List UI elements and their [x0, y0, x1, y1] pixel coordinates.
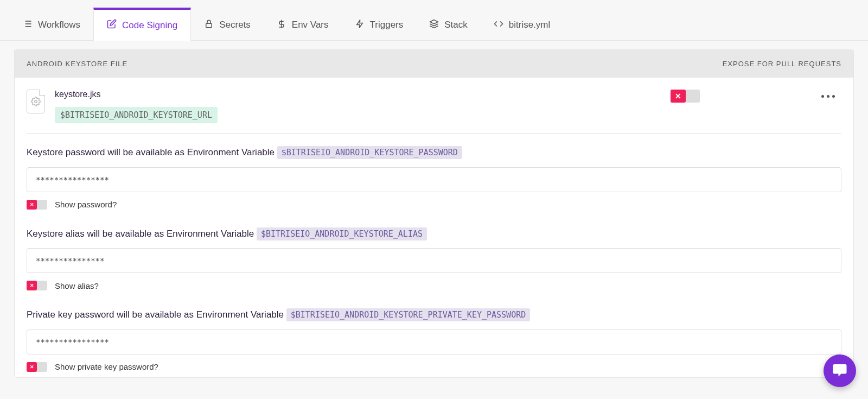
- panel-title: ANDROID KEYSTORE FILE: [27, 60, 127, 68]
- env-var-chip: $BITRISEIO_ANDROID_KEYSTORE_PASSWORD: [277, 146, 462, 159]
- show-toggle-label: Show alias?: [55, 281, 99, 290]
- close-icon: ✕: [27, 281, 37, 290]
- chat-fab[interactable]: [824, 354, 856, 387]
- private-key-password-block: Private key password will be available a…: [15, 296, 853, 377]
- close-icon: ✕: [27, 200, 37, 210]
- keystore-file-row: keystore.jks $BITRISEIO_ANDROID_KEYSTORE…: [15, 78, 853, 133]
- keystore-env-url: $BITRISEIO_ANDROID_KEYSTORE_URL: [55, 107, 218, 123]
- svg-rect-6: [206, 23, 212, 28]
- keystore-alias-block: Keystore alias will be available as Envi…: [15, 215, 853, 296]
- tab-label: Env Vars: [292, 20, 329, 30]
- expose-toggle[interactable]: ✕: [671, 90, 700, 103]
- code-icon: [494, 19, 503, 31]
- show-password-toggle[interactable]: ✕: [27, 200, 47, 210]
- bolt-icon: [355, 19, 365, 31]
- show-toggle-label: Show private key password?: [55, 362, 158, 371]
- more-menu-button[interactable]: [818, 92, 838, 101]
- svg-point-9: [35, 100, 37, 103]
- keystore-filename: keystore.jks: [55, 90, 218, 99]
- show-private-key-password-toggle[interactable]: ✕: [27, 362, 47, 372]
- tab-workflows[interactable]: Workflows: [10, 8, 93, 40]
- tab-code-signing[interactable]: Code Signing: [93, 8, 191, 41]
- close-icon: ✕: [671, 90, 686, 103]
- tab-label: Stack: [444, 20, 468, 30]
- tab-label: Secrets: [219, 20, 251, 30]
- dollar-icon: [277, 19, 286, 31]
- tab-label: Code Signing: [122, 20, 177, 31]
- tab-env-vars[interactable]: Env Vars: [264, 8, 342, 40]
- tab-label: Workflows: [38, 20, 80, 30]
- tab-label: bitrise.yml: [509, 20, 551, 30]
- show-alias-toggle[interactable]: ✕: [27, 281, 47, 290]
- tab-triggers[interactable]: Triggers: [342, 8, 417, 40]
- layers-icon: [429, 19, 439, 31]
- env-var-chip: $BITRISEIO_ANDROID_KEYSTORE_ALIAS: [257, 227, 427, 240]
- field-label: Keystore alias will be available as Envi…: [27, 227, 841, 241]
- top-nav: Workflows Code Signing Secrets Env Vars …: [0, 0, 868, 41]
- private-key-password-input[interactable]: [27, 330, 841, 354]
- edit-square-icon: [107, 19, 117, 31]
- panel-header: ANDROID KEYSTORE FILE EXPOSE FOR PULL RE…: [15, 50, 853, 78]
- panel-expose-label: EXPOSE FOR PULL REQUESTS: [723, 60, 841, 68]
- lock-icon: [204, 19, 214, 31]
- svg-marker-8: [430, 20, 438, 24]
- keystore-panel: ANDROID KEYSTORE FILE EXPOSE FOR PULL RE…: [14, 49, 854, 378]
- keystore-alias-input[interactable]: [27, 248, 841, 273]
- tab-stack[interactable]: Stack: [416, 8, 481, 40]
- close-icon: ✕: [27, 362, 37, 372]
- chat-icon: [832, 362, 848, 380]
- tab-secrets[interactable]: Secrets: [191, 8, 264, 40]
- keystore-password-input[interactable]: [27, 167, 841, 192]
- show-toggle-label: Show password?: [55, 200, 117, 209]
- field-label: Keystore password will be available as E…: [27, 145, 841, 160]
- keystore-password-block: Keystore password will be available as E…: [15, 134, 853, 215]
- file-gear-icon: [27, 90, 45, 113]
- env-var-chip: $BITRISEIO_ANDROID_KEYSTORE_PRIVATE_KEY_…: [286, 308, 530, 321]
- tab-label: Triggers: [370, 20, 404, 30]
- field-label: Private key password will be available a…: [27, 308, 841, 322]
- list-icon: [22, 18, 33, 32]
- tab-bitrise-yml[interactable]: bitrise.yml: [481, 8, 564, 40]
